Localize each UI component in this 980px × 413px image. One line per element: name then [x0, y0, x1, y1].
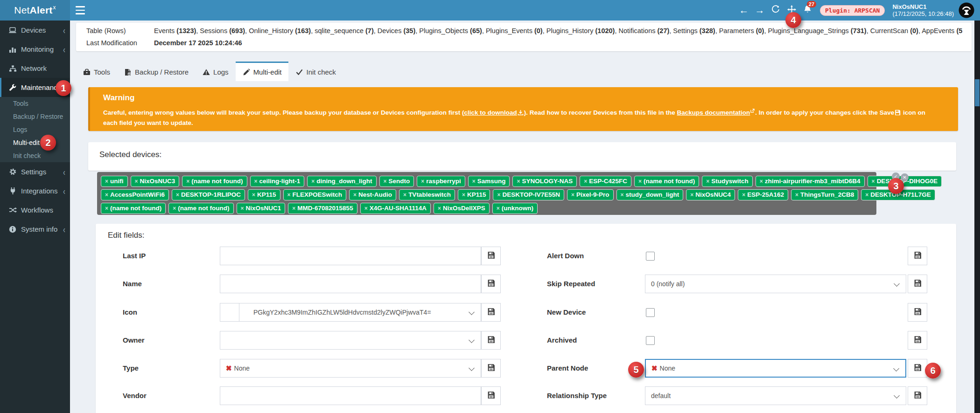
sidebar-item-workflows[interactable]: Workflows	[0, 200, 70, 220]
device-chip[interactable]: ×Studyswitch	[702, 176, 753, 187]
archived-checkbox[interactable]	[646, 336, 655, 345]
remove-chip-icon[interactable]: ×	[872, 178, 875, 185]
device-chip[interactable]: ×(name not found)	[634, 176, 699, 187]
sidebar-item-devices[interactable]: Devices‹	[0, 21, 70, 40]
remove-chip-icon[interactable]: ×	[517, 178, 520, 185]
remove-chip-icon[interactable]: ×	[497, 192, 500, 198]
remove-chip-icon[interactable]: ×	[638, 178, 642, 185]
download-link[interactable]: click to download	[464, 109, 517, 116]
last-ip-save-button[interactable]	[481, 247, 501, 265]
sidebar-item-monitoring[interactable]: Monitoring‹	[0, 40, 70, 59]
sidebar-subitem-backup-restore[interactable]: Backup / Restore	[0, 110, 70, 123]
owner-select[interactable]	[220, 331, 481, 350]
name-save-button[interactable]	[481, 275, 501, 293]
device-chip[interactable]: ×NixOsNUC3	[131, 176, 180, 187]
remove-chip-icon[interactable]: ×	[311, 178, 315, 185]
archived-save-button[interactable]	[908, 331, 927, 350]
device-chip[interactable]: ×dining_down_light	[307, 176, 376, 187]
device-chip[interactable]: ×ESP-C425FC	[580, 176, 631, 187]
name-input[interactable]	[220, 275, 481, 293]
sidebar-item-network[interactable]: Network	[0, 59, 70, 78]
sidebar-toggle-button[interactable]	[76, 6, 86, 14]
remove-chip-icon[interactable]: ×	[760, 178, 763, 185]
refresh-button[interactable]	[768, 0, 784, 21]
new-device-checkbox[interactable]	[646, 308, 655, 317]
sidebar-subitem-init-check[interactable]: Init check	[0, 149, 70, 162]
relationship-type-save-button[interactable]	[908, 386, 927, 405]
device-chip[interactable]: ×NixOsNUC4	[686, 189, 735, 200]
device-chip[interactable]: ×SYNOLOGY-NAS	[512, 176, 577, 187]
remove-chip-icon[interactable]: ×	[621, 192, 624, 198]
device-chip[interactable]: ×NixOsDellXPS	[434, 203, 490, 214]
last-ip-input[interactable]	[220, 247, 481, 265]
device-chip[interactable]: ×ceiling-light-1	[250, 176, 305, 187]
device-chip[interactable]: ×Nest-Audio	[349, 189, 396, 200]
relationship-type-select[interactable]: default	[645, 386, 906, 405]
remove-chip-icon[interactable]: ×	[690, 192, 693, 198]
device-chip[interactable]: ×AccessPointWiFi6	[101, 189, 169, 200]
parent-node-save-button[interactable]	[908, 359, 927, 378]
vendor-save-button[interactable]	[481, 386, 501, 405]
vendor-input[interactable]	[220, 386, 481, 405]
remove-chip-icon[interactable]: ×	[287, 192, 291, 198]
parent-node-select[interactable]: ✖None	[645, 359, 906, 378]
device-chip[interactable]: ×study_down_light	[616, 189, 684, 200]
sidebar-subitem-tools[interactable]: Tools	[0, 97, 70, 110]
skip-repeated-select[interactable]: 0 (notify all)	[645, 275, 906, 293]
clear-selection-button[interactable]: ✕	[901, 173, 909, 181]
device-chip[interactable]: ×Samsung	[468, 176, 510, 187]
remove-chip-icon[interactable]: ×	[865, 192, 868, 198]
device-chip[interactable]: ×MMD-67082015855	[288, 203, 357, 214]
arrow-right-button[interactable]: →	[752, 0, 768, 21]
avatar[interactable]	[959, 2, 974, 18]
remove-chip-icon[interactable]: ×	[105, 178, 108, 185]
icon-select[interactable]: PGkgY2xhc3M9ImZhIGZhLW5ldHdvcmstd2lyZWQi…	[239, 303, 481, 322]
device-chip[interactable]: ×(name not found)	[182, 176, 247, 187]
device-chip[interactable]: ×ThingsTurn_2CB8	[791, 189, 858, 200]
remove-chip-icon[interactable]: ×	[706, 178, 709, 185]
bell-button[interactable]: 27	[799, 0, 815, 21]
device-chip[interactable]: ×KP115	[248, 189, 280, 200]
device-chip[interactable]: ×(name not found)	[101, 203, 166, 214]
remove-chip-icon[interactable]: ×	[292, 205, 295, 212]
remove-chip-icon[interactable]: ×	[403, 192, 406, 198]
remove-chip-icon[interactable]: ×	[173, 205, 176, 212]
remove-chip-icon[interactable]: ×	[105, 205, 108, 212]
remove-chip-icon[interactable]: ×	[353, 192, 357, 198]
device-chip[interactable]: ×TVtableswitch	[399, 189, 455, 200]
device-chip[interactable]: ×(unknown)	[492, 203, 538, 214]
skip-repeated-save-button[interactable]	[908, 275, 927, 293]
remove-chip-icon[interactable]: ×	[742, 192, 745, 198]
device-chip[interactable]: ×NixOsNUC1	[237, 203, 286, 214]
remove-chip-icon[interactable]: ×	[254, 178, 258, 185]
remove-chip-icon[interactable]: ×	[584, 178, 587, 185]
device-chip[interactable]: ×Sendto	[379, 176, 414, 187]
backups-documentation-link[interactable]: Backups documentation	[677, 109, 750, 116]
remove-chip-icon[interactable]: ×	[186, 178, 189, 185]
device-chip[interactable]: ×FLEXPOESwitch	[283, 189, 347, 200]
plugin-status-badge[interactable]: Plugin: ARPSCAN	[820, 5, 885, 16]
sidebar-item-settings[interactable]: Settings‹	[0, 162, 70, 181]
remove-chip-icon[interactable]: ×	[472, 178, 476, 185]
remove-chip-icon[interactable]: ×	[421, 178, 424, 185]
device-chip[interactable]: ×(name not found)	[168, 203, 233, 214]
device-chip[interactable]: ×DESKTOP-1RLIPOC	[172, 189, 245, 200]
device-chip[interactable]: ×raspberrypi	[417, 176, 465, 187]
remove-chip-icon[interactable]: ×	[364, 205, 368, 212]
sidebar-item-system-info[interactable]: System info‹	[0, 220, 70, 239]
tab-backup-restore[interactable]: Backup / Restore	[117, 62, 196, 81]
device-chip[interactable]: ×ESP-25A162	[738, 189, 788, 200]
device-chip[interactable]: ×X4G-AU-SHA1114A	[360, 203, 431, 214]
app-logo[interactable]: NetAlertx	[0, 0, 70, 21]
new-device-save-button[interactable]	[908, 303, 927, 322]
remove-chip-icon[interactable]: ×	[497, 205, 500, 212]
device-chip[interactable]: ×Pixel-9-Pro	[567, 189, 614, 200]
remove-chip-icon[interactable]: ×	[462, 192, 465, 198]
remove-chip-icon[interactable]: ×	[135, 178, 138, 185]
device-chip[interactable]: ×KP115	[458, 189, 490, 200]
remove-chip-icon[interactable]: ×	[252, 192, 255, 198]
page-scrollbar-thumb[interactable]	[975, 79, 980, 106]
tab-multi-edit[interactable]: Multi-edit	[236, 62, 289, 81]
device-chip[interactable]: ×DESKTOP-IV7E55N	[493, 189, 564, 200]
remove-chip-icon[interactable]: ×	[571, 192, 574, 198]
